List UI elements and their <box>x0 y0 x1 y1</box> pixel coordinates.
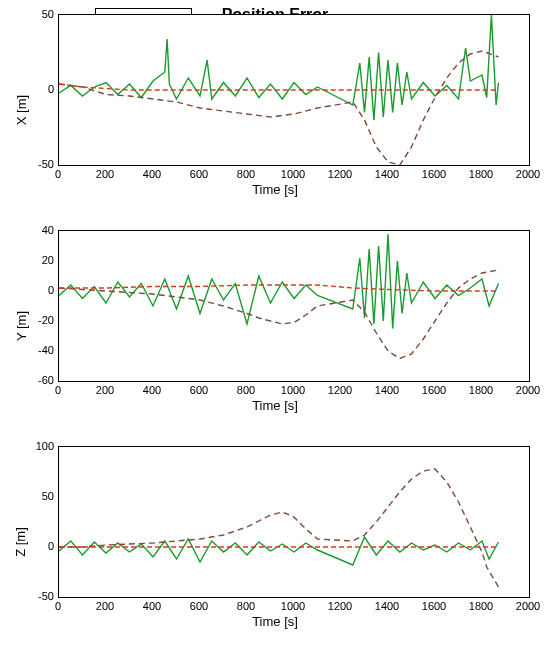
x-axis-label: Time [s] <box>0 182 550 214</box>
x-axis-label: Time [s] <box>0 398 550 430</box>
plot-z <box>58 446 530 598</box>
plot-x <box>58 14 530 166</box>
plot-y <box>58 230 530 382</box>
x-axis-label: Time [s] <box>0 614 550 646</box>
